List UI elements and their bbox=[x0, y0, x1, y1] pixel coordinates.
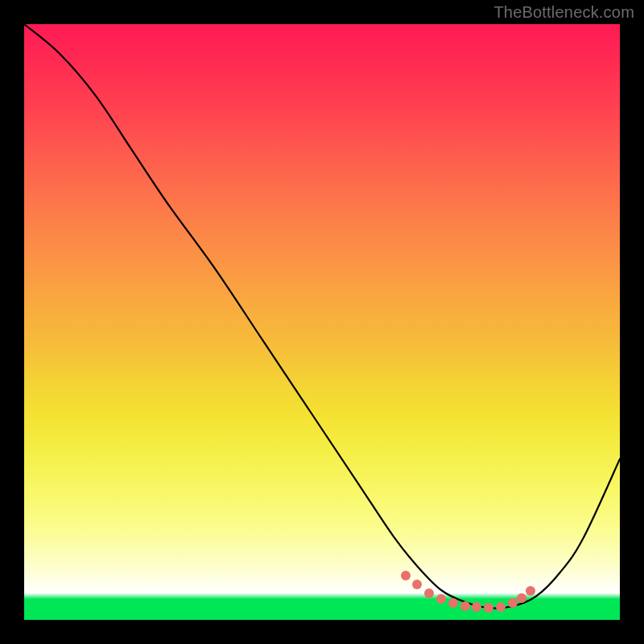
highlight-dot bbox=[460, 601, 470, 611]
highlight-dot bbox=[508, 598, 518, 608]
highlight-dot bbox=[472, 602, 481, 612]
highlight-dot bbox=[526, 586, 535, 596]
highlight-dots-layer bbox=[24, 24, 620, 620]
highlight-dot bbox=[424, 588, 434, 598]
highlight-dot bbox=[401, 571, 411, 580]
watermark-text: TheBottleneck.com bbox=[493, 3, 634, 22]
highlight-dot bbox=[517, 593, 526, 603]
highlight-dot bbox=[436, 594, 446, 604]
chart-area bbox=[24, 24, 620, 620]
highlight-dot bbox=[448, 598, 458, 608]
highlight-dot bbox=[412, 580, 422, 589]
highlight-dot bbox=[484, 603, 493, 613]
highlight-dot bbox=[496, 602, 506, 612]
